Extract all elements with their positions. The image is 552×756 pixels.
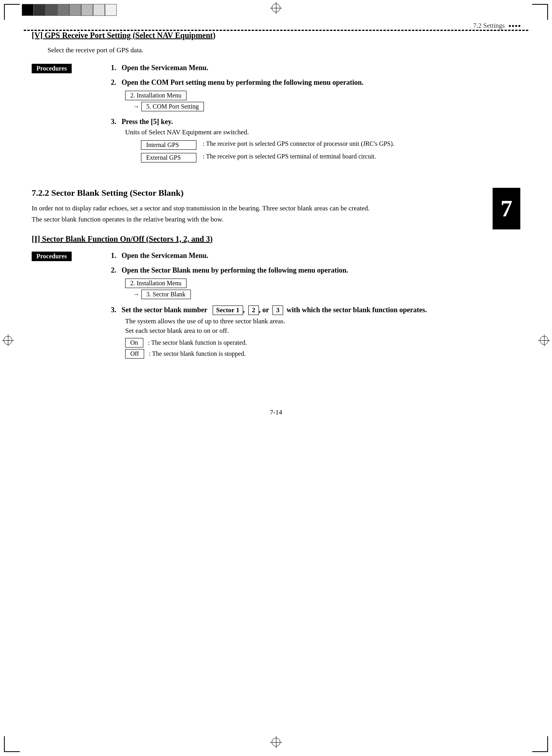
section-v-heading: [V] GPS Receive Port Setting (Select NAV… — [32, 31, 520, 40]
main-content: [V] GPS Receive Port Setting (Select NAV… — [0, 31, 552, 397]
step-222-3-text2: with which the sector blank function ope… — [287, 306, 427, 314]
top-bar-block-3 — [57, 4, 69, 16]
external-gps-desc: : The receive port is selected GPS termi… — [203, 153, 520, 160]
off-label: Off — [125, 349, 144, 359]
corner-mark-br — [532, 736, 548, 752]
page-number: 7-14 — [0, 397, 552, 424]
top-bar-block-5 — [81, 4, 93, 16]
option-external-gps: External GPS : The receive port is selec… — [141, 153, 520, 162]
step-v-3-body: Units of Select NAV Equipment are switch… — [125, 128, 520, 162]
step-v-2-text: Open the COM Port setting menu by perfor… — [122, 78, 364, 86]
top-bar-block-7 — [105, 4, 117, 16]
step-v-2: 2. Open the COM Port setting menu by per… — [111, 78, 520, 111]
internal-gps-desc: : The receive port is selected GPS conne… — [203, 140, 520, 147]
section-v: [V] GPS Receive Port Setting (Select NAV… — [32, 31, 520, 169]
procedures-badge-2: Procedures — [32, 252, 72, 261]
step-222-2-text: Open the Sector Blank menu by performing… — [122, 266, 348, 274]
section-222-procedures: Procedures 1. Open the Serviceman Menu. … — [32, 252, 520, 365]
section-v-desc: Select the receive port of GPS data. — [48, 46, 520, 54]
menu-box-1: 2. Installation Menu — [125, 91, 187, 100]
key-sector1: Sector 1 — [213, 305, 243, 315]
step-222-3-num: 3. — [111, 306, 116, 314]
key-3: 3 — [272, 305, 283, 315]
step-v-2-line: 2. Open the COM Port setting menu by per… — [111, 78, 520, 87]
on-desc: : The sector blank function is operated. — [148, 339, 247, 346]
step-222-2-menu: 2. Installation Menu → 3. Sector Blank — [125, 279, 520, 299]
step-222-3-text: Set the sector blank number — [122, 306, 207, 314]
step-v-3-text: Press the [5] key. — [122, 118, 173, 126]
step-v-3-num: 3. — [111, 118, 116, 126]
step-222-3-body2: Set each sector blank area to on or off. — [125, 327, 520, 335]
step-222-3: 3. Set the sector blank number Sector 1,… — [111, 305, 520, 359]
section-222-steps: 1. Open the Serviceman Menu. 2. Open the… — [111, 252, 520, 365]
step-222-1: 1. Open the Serviceman Menu. — [111, 252, 520, 260]
menu-sub-box-1: 5. COM Port Setting — [141, 102, 204, 111]
top-bar-block-6 — [93, 4, 105, 16]
on-label: On — [125, 338, 143, 347]
step-222-1-num: 1. — [111, 252, 116, 260]
page-ref-text: 7.2 Settings — [473, 22, 505, 30]
chapter-badge: 7 — [493, 188, 520, 229]
corner-mark-bl — [4, 736, 20, 752]
section-222-desc2: The sector blank function operates in th… — [32, 216, 520, 223]
procedures-badge-col: Procedures — [32, 64, 111, 73]
section-222-title: 7.2.2 Sector Blank Setting (Sector Blank… — [32, 188, 520, 198]
option-internal-gps: Internal GPS : The receive port is selec… — [141, 140, 520, 150]
procedures-badge: Procedures — [32, 64, 72, 73]
sub-section-heading: [I] Sector Blank Function On/Off (Sector… — [32, 235, 520, 244]
step-v-2-num: 2. — [111, 78, 116, 86]
internal-gps-label: Internal GPS — [141, 140, 196, 150]
step-v-3-body-text: Units of Select NAV Equipment are switch… — [125, 128, 520, 136]
top-bar — [22, 4, 117, 16]
top-bar-block-4 — [69, 4, 81, 16]
external-gps-label: External GPS — [141, 153, 196, 162]
step-222-3-line: 3. Set the sector blank number Sector 1,… — [111, 305, 520, 315]
procedures-badge-col-2: Procedures — [32, 252, 111, 261]
step-v-3: 3. Press the [5] key. Units of Select NA… — [111, 118, 520, 162]
step-222-2-line: 2. Open the Sector Blank menu by perform… — [111, 266, 520, 275]
off-desc: : The sector blank function is stopped. — [149, 350, 246, 357]
section-222: 7 7.2.2 Sector Blank Setting (Sector Bla… — [32, 188, 520, 365]
top-bar-block-0 — [22, 4, 34, 16]
top-bar-block-1 — [34, 4, 46, 16]
option-off-line: Off : The sector blank function is stopp… — [125, 349, 520, 359]
menu-box-2: 2. Installation Menu — [125, 279, 187, 288]
corner-mark-tl — [4, 4, 20, 20]
step-222-3-body: The system allows the use of up to three… — [125, 317, 520, 359]
bottom-crosshair — [270, 736, 282, 748]
step-v-2-menu: 2. Installation Menu → 5. COM Port Setti… — [125, 91, 520, 111]
dots-decoration — [509, 25, 520, 27]
corner-mark-tr — [532, 4, 548, 20]
menu-sub-box-2: 3. Sector Blank — [141, 290, 191, 299]
top-crosshair — [270, 2, 282, 14]
step-v-1-text: Open the Serviceman Menu. — [122, 64, 208, 72]
key-2: 2 — [248, 305, 259, 315]
step-222-3-body1: The system allows the use of up to three… — [125, 317, 520, 325]
step-222-1-text: Open the Serviceman Menu. — [122, 252, 208, 260]
step-v-1-num: 1. — [111, 64, 116, 72]
right-crosshair — [538, 334, 550, 346]
menu-arrow-2: → — [133, 291, 139, 298]
top-bar-block-2 — [46, 4, 57, 16]
section-v-steps: 1. Open the Serviceman Menu. 2. Open the… — [111, 64, 520, 169]
step-222-2-num: 2. — [111, 266, 116, 274]
step-v-1: 1. Open the Serviceman Menu. — [111, 64, 520, 72]
option-on-line: On : The sector blank function is operat… — [125, 338, 520, 347]
left-crosshair — [2, 334, 14, 346]
step-222-2: 2. Open the Sector Blank menu by perform… — [111, 266, 520, 299]
step-v-3-line: 3. Press the [5] key. — [111, 118, 520, 126]
step-v-1-line: 1. Open the Serviceman Menu. — [111, 64, 520, 72]
menu-arrow: → — [133, 103, 139, 110]
section-222-desc1: In order not to display radar echoes, se… — [32, 204, 520, 212]
step-222-1-line: 1. Open the Serviceman Menu. — [111, 252, 520, 260]
section-v-procedures: Procedures 1. Open the Serviceman Menu. … — [32, 64, 520, 169]
